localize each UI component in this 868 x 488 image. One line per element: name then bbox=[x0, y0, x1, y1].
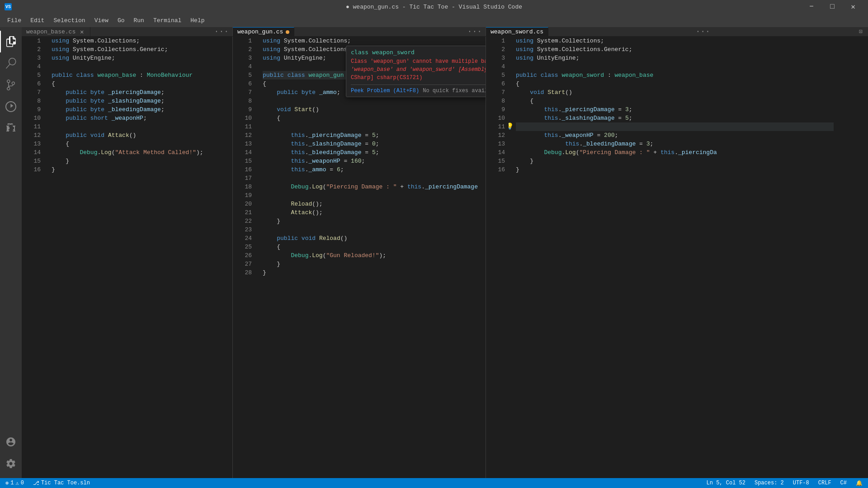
activity-search[interactable] bbox=[0, 52, 22, 74]
status-notifications[interactable]: 🔔 bbox=[854, 480, 864, 487]
menu-file[interactable]: File bbox=[4, 15, 25, 26]
all-tab-bars: weapon_base.cs ✕ ··· weapon_gun.cs ··· w… bbox=[22, 27, 868, 37]
code-content-3: using System.Collections; using System.C… bbox=[509, 37, 841, 478]
menu-help[interactable]: Help bbox=[187, 15, 208, 26]
minimap-3 bbox=[841, 37, 868, 478]
minimize-button[interactable]: − bbox=[801, 0, 822, 14]
pane2-tabbar: weapon_gun.cs ··· bbox=[233, 27, 486, 36]
editors-container: 12345 678910 111213141516 using System.C… bbox=[22, 37, 868, 478]
menu-view[interactable]: View bbox=[91, 15, 112, 26]
tab-weapon-sword[interactable]: weapon_sword.cs bbox=[486, 27, 548, 36]
branch-icon: ⎇ bbox=[33, 480, 39, 487]
line-numbers-1: 12345 678910 111213141516 bbox=[22, 37, 44, 478]
activity-source-control[interactable] bbox=[0, 74, 22, 96]
pane1-tabbar: weapon_base.cs ✕ ··· bbox=[22, 27, 233, 36]
title-bar: VS ● weapon_gun.cs - Tic Tac Toe - Visua… bbox=[0, 0, 868, 14]
pane3-tabbar: weapon_sword.cs ··· ⊡ bbox=[486, 27, 868, 36]
code-content-1: using System.Collections; using System.C… bbox=[44, 37, 210, 478]
status-language[interactable]: C# bbox=[839, 480, 849, 486]
menu-run[interactable]: Run bbox=[130, 15, 147, 26]
activity-account[interactable] bbox=[0, 431, 22, 453]
line-numbers-2: 12345 678910 1112131415 1617181920 21222… bbox=[233, 37, 255, 478]
status-spaces[interactable]: Spaces: 2 bbox=[753, 480, 786, 486]
activity-explorer[interactable] bbox=[0, 31, 22, 52]
activity-settings[interactable] bbox=[0, 453, 22, 474]
status-bar: ⊗ 1 ⚠ 0 ⎇ Tic Tac Toe.sln Ln 5, Col 52 S… bbox=[0, 478, 868, 488]
pane1-more-actions[interactable]: ··· bbox=[211, 27, 232, 36]
editor-pane-2: class weapon_sword Class 'weapon_gun' ca… bbox=[233, 37, 486, 478]
warning-icon: ⚠ bbox=[15, 480, 19, 487]
main-layout: weapon_base.cs ✕ ··· weapon_gun.cs ··· w… bbox=[0, 27, 868, 478]
scrollbar-2[interactable] bbox=[479, 37, 486, 478]
status-encoding[interactable]: UTF-8 bbox=[791, 480, 811, 486]
tab-label: weapon_base.cs bbox=[26, 28, 75, 35]
menu-go[interactable]: Go bbox=[114, 15, 128, 26]
peek-class-name: class weapon_sword bbox=[351, 49, 486, 56]
line-numbers-3: 12345 678910 111213141516 bbox=[486, 37, 509, 478]
code-area-2[interactable]: 12345 678910 1112131415 1617181920 21222… bbox=[233, 37, 486, 478]
pane3-more-actions[interactable]: ··· bbox=[692, 27, 713, 36]
tab-modified-indicator bbox=[286, 30, 289, 34]
status-errors[interactable]: ⊗ 1 ⚠ 0 bbox=[4, 480, 26, 487]
peek-error-text: Class 'weapon_gun' cannot have multiple … bbox=[351, 57, 486, 82]
menu-edit[interactable]: Edit bbox=[27, 15, 48, 26]
tab-close-weapon-base[interactable]: ✕ bbox=[78, 28, 85, 35]
editor-pane-1: 12345 678910 111213141516 using System.C… bbox=[22, 37, 233, 478]
menu-terminal[interactable]: Terminal bbox=[150, 15, 185, 26]
peek-footer: Peek Problem (Alt+F8) No quick fixes ava… bbox=[351, 84, 486, 94]
warning-bulb-icon[interactable]: 💡 bbox=[509, 122, 514, 131]
tab-weapon-gun[interactable]: weapon_gun.cs bbox=[233, 27, 294, 36]
title-bar-left: VS bbox=[5, 3, 12, 10]
status-branch[interactable]: ⎇ Tic Tac Toe.sln bbox=[31, 480, 92, 487]
maximize-button[interactable]: □ bbox=[822, 0, 843, 14]
peek-no-fixes: No quick fixes available bbox=[423, 88, 486, 94]
tab-label: weapon_sword.cs bbox=[491, 28, 543, 35]
peek-problem-link[interactable]: Peek Problem (Alt+F8) bbox=[351, 88, 419, 94]
pane3-split-actions: ⊡ bbox=[857, 27, 868, 36]
tab-weapon-base[interactable]: weapon_base.cs ✕ bbox=[22, 27, 90, 36]
code-content-2: using System.Collections; using System.C… bbox=[255, 37, 479, 478]
menu-bar: File Edit Selection View Go Run Terminal… bbox=[0, 14, 868, 27]
activity-bottom bbox=[0, 431, 22, 474]
activity-run-debug[interactable] bbox=[0, 96, 22, 117]
code-area-3[interactable]: 12345 678910 111213141516 using System.C… bbox=[486, 37, 868, 478]
vscode-logo: VS bbox=[5, 3, 12, 10]
tab-label: weapon_gun.cs bbox=[237, 28, 283, 35]
editor-area: weapon_base.cs ✕ ··· weapon_gun.cs ··· w… bbox=[22, 27, 868, 478]
menu-selection[interactable]: Selection bbox=[50, 15, 89, 26]
activity-bar bbox=[0, 27, 22, 478]
activity-extensions[interactable] bbox=[0, 117, 22, 139]
editor-pane-3: 12345 678910 111213141516 using System.C… bbox=[486, 37, 868, 478]
peek-popup: class weapon_sword Class 'weapon_gun' ca… bbox=[346, 46, 486, 97]
minimap-1 bbox=[210, 37, 232, 478]
code-area-1[interactable]: 12345 678910 111213141516 using System.C… bbox=[22, 37, 232, 478]
window-title: ● weapon_gun.cs - Tic Tac Toe - Visual S… bbox=[346, 4, 522, 10]
pane2-more-actions[interactable]: ··· bbox=[464, 27, 486, 36]
status-line-ending[interactable]: CRLF bbox=[816, 480, 833, 486]
error-icon: ⊗ bbox=[5, 480, 9, 487]
window-controls: − □ ✕ bbox=[801, 0, 863, 14]
close-button[interactable]: ✕ bbox=[843, 0, 863, 14]
split-editor-button[interactable]: ⊡ bbox=[857, 27, 864, 36]
status-position[interactable]: Ln 5, Col 52 bbox=[705, 480, 747, 486]
